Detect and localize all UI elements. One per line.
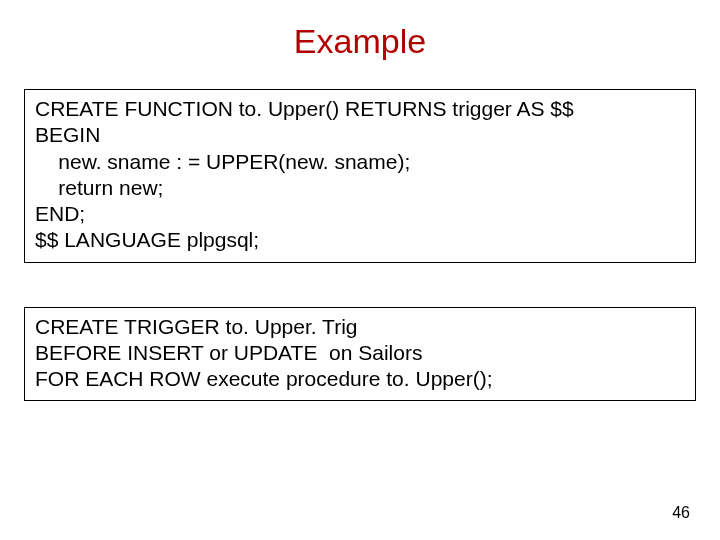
code-line: BEGIN	[35, 122, 685, 148]
code-box-trigger: CREATE TRIGGER to. Upper. Trig BEFORE IN…	[24, 307, 696, 402]
code-line: new. sname : = UPPER(new. sname);	[35, 149, 685, 175]
slide-title: Example	[0, 22, 720, 61]
code-line: $$ LANGUAGE plpgsql;	[35, 227, 685, 253]
code-line: BEFORE INSERT or UPDATE on Sailors	[35, 340, 685, 366]
code-line: CREATE TRIGGER to. Upper. Trig	[35, 314, 685, 340]
page-number: 46	[672, 504, 690, 522]
code-box-function: CREATE FUNCTION to. Upper() RETURNS trig…	[24, 89, 696, 263]
code-line: FOR EACH ROW execute procedure to. Upper…	[35, 366, 685, 392]
code-line: return new;	[35, 175, 685, 201]
code-line: CREATE FUNCTION to. Upper() RETURNS trig…	[35, 96, 685, 122]
code-line: END;	[35, 201, 685, 227]
